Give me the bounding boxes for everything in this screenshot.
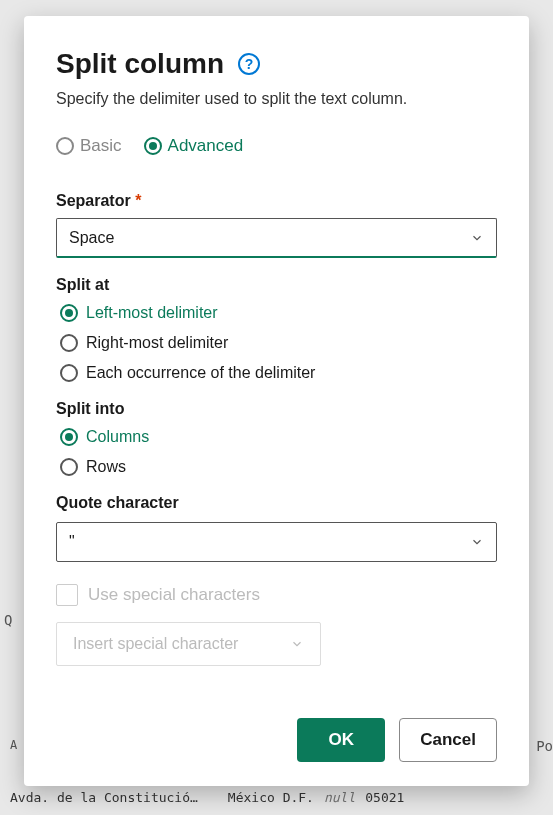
bg-data-row: Avda. de la Constitució… México D.F. nul… <box>10 790 404 805</box>
split-into-rows-label: Rows <box>86 458 126 476</box>
insert-special-char-button: Insert special character <box>56 622 321 666</box>
radio-icon <box>60 304 78 322</box>
radio-icon <box>60 334 78 352</box>
separator-value: Space <box>69 229 114 247</box>
chevron-down-icon <box>470 535 484 549</box>
mode-basic-label: Basic <box>80 136 122 156</box>
quote-char-label: Quote character <box>56 494 497 512</box>
split-into-label: Split into <box>56 400 497 418</box>
mode-advanced-radio[interactable]: Advanced <box>144 136 244 156</box>
bg-row-city: México D.F. <box>228 790 314 805</box>
radio-icon <box>60 458 78 476</box>
mode-basic-radio[interactable]: Basic <box>56 136 122 156</box>
split-column-dialog: Split column ? Specify the delimiter use… <box>24 16 529 786</box>
use-special-chars-label: Use special characters <box>88 585 260 605</box>
bg-text-po: Po <box>536 738 553 754</box>
radio-icon <box>60 364 78 382</box>
ok-button[interactable]: OK <box>297 718 385 762</box>
split-at-left-label: Left-most delimiter <box>86 304 218 322</box>
mode-radio-group: Basic Advanced <box>56 136 497 156</box>
split-into-columns-label: Columns <box>86 428 149 446</box>
separator-label: Separator * <box>56 192 497 210</box>
separator-select[interactable]: Space <box>56 218 497 258</box>
required-asterisk: * <box>135 192 141 209</box>
split-at-group: Left-most delimiter Right-most delimiter… <box>56 304 497 382</box>
use-special-chars-checkbox: Use special characters <box>56 584 497 606</box>
split-at-each-radio[interactable]: Each occurrence of the delimiter <box>60 364 497 382</box>
help-icon[interactable]: ? <box>238 53 260 75</box>
dialog-footer: OK Cancel <box>56 718 497 762</box>
split-at-right-radio[interactable]: Right-most delimiter <box>60 334 497 352</box>
cancel-button[interactable]: Cancel <box>399 718 497 762</box>
split-at-left-radio[interactable]: Left-most delimiter <box>60 304 497 322</box>
bg-text-a: A <box>10 738 17 752</box>
dialog-header: Split column ? <box>56 48 497 80</box>
bg-row-code: 05021 <box>365 790 404 805</box>
split-at-right-label: Right-most delimiter <box>86 334 228 352</box>
radio-icon <box>60 428 78 446</box>
separator-label-text: Separator <box>56 192 131 209</box>
dialog-subtitle: Specify the delimiter used to split the … <box>56 90 497 108</box>
chevron-down-icon <box>470 231 484 245</box>
checkbox-icon <box>56 584 78 606</box>
radio-icon <box>56 137 74 155</box>
quote-char-value: " <box>69 533 75 551</box>
split-at-label: Split at <box>56 276 497 294</box>
split-into-columns-radio[interactable]: Columns <box>60 428 497 446</box>
mode-advanced-label: Advanced <box>168 136 244 156</box>
bg-row-null: null <box>324 790 355 805</box>
chevron-down-icon <box>290 637 304 651</box>
split-at-each-label: Each occurrence of the delimiter <box>86 364 315 382</box>
split-into-group: Columns Rows <box>56 428 497 476</box>
quote-char-select[interactable]: " <box>56 522 497 562</box>
dialog-title: Split column <box>56 48 224 80</box>
bg-text-q: Q <box>4 612 12 628</box>
split-into-rows-radio[interactable]: Rows <box>60 458 497 476</box>
bg-row-address: Avda. de la Constitució… <box>10 790 198 805</box>
insert-special-char-label: Insert special character <box>73 635 238 653</box>
radio-icon <box>144 137 162 155</box>
